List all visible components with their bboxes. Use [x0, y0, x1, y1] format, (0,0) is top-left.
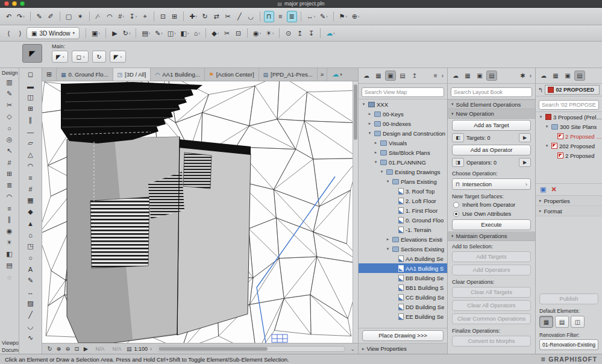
horizontal-scrollbar[interactable]	[157, 346, 345, 352]
zoom-icon[interactable]: ◎	[2, 134, 17, 145]
renovation-filters-icon[interactable]: ⌂›	[192, 28, 202, 39]
disclosure-triangle[interactable]: ▾	[361, 102, 366, 107]
tree-item[interactable]: EE Building Se	[359, 312, 447, 321]
copy-settings-icon[interactable]: ▣	[540, 186, 546, 193]
view-map-icon[interactable]: ▣	[474, 71, 485, 81]
tree-item[interactable]: ▾Plans Existing	[359, 177, 447, 186]
disclosure-triangle[interactable]: ▸	[367, 111, 372, 116]
collapse-panel-icon[interactable]: ›	[528, 72, 533, 79]
3d-selection-icon[interactable]: ⊡	[233, 28, 243, 39]
column-tool[interactable]: ∥	[22, 115, 40, 126]
tree-item[interactable]: 1. First Floor	[359, 206, 447, 215]
arrow-tool-selected-button[interactable]: ◤	[22, 44, 42, 63]
slab-tool[interactable]: ▱	[22, 137, 40, 149]
layout-book-search-input[interactable]	[451, 87, 532, 97]
move-icon[interactable]: ✚›	[187, 11, 199, 22]
show-operators-button[interactable]: ▶	[519, 158, 531, 167]
view-settings-icon[interactable]: ▣›	[90, 28, 102, 39]
beam-tool[interactable]: —	[22, 126, 40, 137]
zone-tool[interactable]: ⌂	[22, 229, 40, 240]
default-wall-button[interactable]: ▦	[539, 316, 553, 328]
delete-icon[interactable]: ✕	[551, 186, 556, 193]
operation-dropdown[interactable]: ⊓ Intersection ›	[452, 178, 531, 190]
lamp-tool[interactable]: ○	[22, 252, 40, 263]
shell-tool[interactable]: ◠	[22, 160, 40, 172]
disclosure-triangle[interactable]: ▾	[538, 115, 544, 119]
corner-chevron-icon[interactable]: ⌄	[350, 346, 355, 352]
project-map-icon[interactable]: ▦	[373, 71, 384, 81]
format-section-header[interactable]: ▸ Format	[536, 206, 602, 216]
tree-item[interactable]: BB1 Building S	[359, 283, 447, 292]
schedule-icon[interactable]: ▥	[2, 77, 17, 88]
zoom-in-icon[interactable]: ⊕	[54, 344, 63, 353]
scale-chevron-icon[interactable]: ›	[150, 346, 152, 352]
tree-item[interactable]: AA Building Se	[359, 254, 447, 263]
teamwork-cloud-icon[interactable]: ☁	[450, 71, 461, 81]
check-documents-icon[interactable]: ⚑›	[337, 11, 349, 22]
arrow-tool-button[interactable]: ◤›	[52, 51, 68, 63]
object-tool[interactable]: ◳	[22, 240, 40, 252]
publish-button[interactable]: Publish	[539, 293, 598, 304]
clear-all-targets-button[interactable]: Clear All Targets	[452, 287, 531, 298]
wall-tool[interactable]: ▬	[22, 80, 40, 92]
fit-in-window-icon[interactable]: ⊡	[72, 344, 81, 353]
model-view-options-icon[interactable]: ◫›	[166, 28, 178, 39]
menu-icon[interactable]: ≡	[433, 72, 439, 79]
viewpoints-group-label[interactable]: Viewpoi	[0, 340, 19, 346]
mesh-tool[interactable]: ▲	[22, 218, 40, 229]
align-icon[interactable]: ≡	[275, 11, 286, 22]
text-tool[interactable]: A	[22, 263, 40, 275]
roof-tool[interactable]: △	[22, 149, 40, 160]
door-tool[interactable]: ◫	[22, 92, 40, 103]
stairs-icon[interactable]: ≡	[2, 202, 17, 214]
layout-book-icon[interactable]: ▤	[397, 71, 408, 81]
tree-item[interactable]: 2 Proposed Sit	[536, 131, 602, 141]
zoom-out-icon[interactable]: ⊖	[63, 344, 72, 353]
disclosure-triangle[interactable]: ▾	[367, 131, 372, 136]
orbit-icon[interactable]: ↻›	[121, 28, 133, 39]
tree-item[interactable]: ▸00-Keys	[359, 109, 447, 119]
new-operation-header[interactable]: ▾ New Operation	[448, 109, 535, 119]
scrollbar-thumb[interactable]	[354, 84, 357, 140]
orbit-icon[interactable]: ↻	[45, 344, 54, 353]
disclosure-triangle[interactable]: ▸	[367, 121, 372, 126]
tree-item[interactable]: DD Building Se	[359, 302, 447, 312]
tree-item[interactable]: ▾202 Proposed	[536, 141, 602, 151]
marquee-tool[interactable]: ◻	[22, 69, 40, 80]
tree-item[interactable]: 2. Loft Floor	[359, 196, 447, 206]
send-changes-icon[interactable]: ↥	[295, 28, 305, 39]
element-snap-icon[interactable]: ⌖	[140, 11, 150, 22]
teamwork-cloud-icon[interactable]: ☁	[361, 71, 372, 81]
tree-item[interactable]: ▾300 Site Plans	[536, 122, 602, 131]
layout-book-icon[interactable]: ▤	[486, 71, 497, 81]
detail-icon[interactable]: ◌	[2, 271, 17, 283]
subset-selector[interactable]: 02 PROPOSED	[545, 85, 600, 95]
marquee-restrict-icon[interactable]: ⊡	[158, 11, 168, 22]
tab-action-center[interactable]: ⚑[Action Center]	[205, 68, 259, 81]
layers-icon[interactable]: ≣	[2, 180, 17, 191]
shapes-icon[interactable]: ◇	[2, 111, 17, 122]
receive-changes-icon[interactable]: ↧	[306, 28, 316, 39]
collapse-panel-icon[interactable]: ›	[441, 72, 445, 79]
stair-tool[interactable]: ≡	[22, 172, 40, 183]
layers-icon[interactable]: ▤›	[140, 28, 152, 39]
teamwork-icon[interactable]: ☁›	[324, 28, 336, 39]
window-tool[interactable]: ⊞	[22, 103, 40, 115]
default-slab-button[interactable]: ▤	[555, 316, 569, 328]
mirror-icon[interactable]: ⇄	[212, 11, 222, 22]
select-tool-button[interactable]: ◤›	[110, 51, 126, 63]
tab-3d-all[interactable]: ◳[3D / All]	[113, 68, 151, 81]
layout-book-icon[interactable]: ▤	[574, 71, 585, 81]
documents-group-label[interactable]: Docume	[0, 347, 19, 353]
tab-overview-button[interactable]: ⊞	[42, 68, 57, 81]
minimize-window-button[interactable]	[12, 1, 17, 6]
close-window-button[interactable]	[4, 1, 9, 6]
view-selector-button[interactable]: ▣ 3D Window ▾	[27, 27, 80, 39]
arc-tool[interactable]: ◡	[22, 321, 40, 332]
dimension-icon[interactable]: ↔›	[305, 11, 317, 22]
select-icon[interactable]: ↖	[2, 145, 17, 157]
graphic-overrides-icon[interactable]: ◧›	[178, 28, 190, 39]
walk-mode-icon[interactable]: ▶	[110, 28, 120, 39]
disclosure-triangle[interactable]: ▾	[373, 160, 378, 165]
tree-item[interactable]: BB Building Se	[359, 273, 447, 283]
